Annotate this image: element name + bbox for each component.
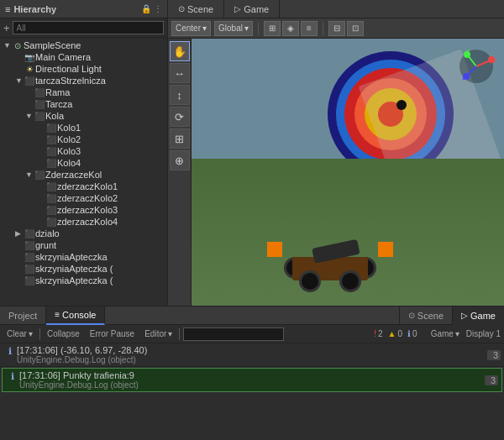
- orange-box-right: [378, 242, 393, 257]
- tree-item-skrzynia2[interactable]: ⬛ skrzyniaApteczka (: [0, 263, 167, 275]
- tree-item-skrzynia3[interactable]: ⬛ skrzyniaApteczka (: [0, 275, 167, 286]
- hierarchy-panel: ≡ Hierarchy 🔒 ⋮ + ▼ ⊙ SampleScene: [0, 0, 168, 306]
- chevron-down-icon: ▾: [29, 329, 33, 338]
- scene-bottom-label: Scene: [417, 311, 444, 321]
- cannon-cart: [292, 257, 368, 280]
- add-icon[interactable]: +: [3, 22, 10, 34]
- collapse-button[interactable]: Collapse: [44, 328, 83, 339]
- tree-item-tarcza[interactable]: ⬛ Tarcza: [0, 98, 167, 110]
- game-tab-icon: ▷: [234, 4, 241, 13]
- scene-label: SampleScene: [24, 40, 81, 50]
- tree-item-skrzynia1[interactable]: ⬛ skrzyniaApteczka: [0, 251, 167, 263]
- scene-bottom-icon: ⊙: [408, 311, 415, 320]
- skrzynia3-label: skrzyniaApteczka (: [35, 275, 113, 285]
- menu-btn[interactable]: ≡: [301, 21, 318, 36]
- log-entry-1[interactable]: ℹ [17:31:06] (-36.10, 6.97, -28.40) Unit…: [0, 343, 504, 367]
- tab-game-bottom[interactable]: ▷ Game: [452, 306, 504, 325]
- info-count-badge: ℹ 0: [407, 329, 417, 338]
- tree-item-kola[interactable]: ▼ ⬛ Kola: [0, 110, 167, 122]
- toolbar-icon-group1: ⊞ ◈ ≡: [264, 21, 318, 36]
- cube-icon: ⬛: [34, 170, 45, 180]
- wheel-front-left: [299, 270, 321, 292]
- tree-item-zderzacze-kol[interactable]: ▼ ⬛ ZderzaczeKol: [0, 169, 167, 181]
- main-camera-label: Main Camera: [35, 52, 91, 62]
- log-info-icon: ℹ: [3, 345, 17, 357]
- orange-box-left: [267, 242, 282, 257]
- kola-label: Kola: [45, 111, 64, 121]
- tree-item-main-camera[interactable]: 📷 Main Camera: [0, 51, 167, 63]
- scene-area: ⊙ Scene ▷ Game Center ▾ Global ▾: [168, 0, 504, 306]
- move-tool[interactable]: ↔: [170, 63, 190, 83]
- rect-tool[interactable]: ⊞: [170, 128, 190, 149]
- clear-button[interactable]: Clear ▾: [3, 328, 36, 339]
- hierarchy-header-icons: 🔒 ⋮: [141, 4, 162, 13]
- chevron-down-icon: ▾: [455, 329, 459, 338]
- console-icon: ≡: [55, 310, 60, 319]
- tree-item-kolo3[interactable]: ⬛ Kolo3: [0, 145, 167, 157]
- tab-scene-bottom[interactable]: ⊙ Scene: [399, 306, 452, 325]
- tree-item-zderzacz-kolo2[interactable]: ⬛ zderzaczKolo2: [0, 192, 167, 204]
- cube-icon: ⬛: [34, 100, 45, 109]
- scene-icon: ⊙: [12, 41, 24, 50]
- tree-item-tarcza-strzelnicza[interactable]: ▼ ⬛ tarczaStrzelnicza: [0, 75, 167, 86]
- tree-item-kolo1[interactable]: ⬛ Kolo1: [0, 122, 167, 134]
- log-info-icon-2: ℹ: [6, 370, 19, 382]
- zderzacze-kol-label: ZderzaczeKol: [45, 170, 102, 180]
- console-right-tabs: ⊙ Scene ▷ Game: [399, 306, 504, 325]
- tree-item-kolo2[interactable]: ⬛ Kolo2: [0, 134, 167, 145]
- scene-viewport[interactable]: X Y Z: [192, 39, 504, 306]
- log-source2: UnityEngine.Debug.Log (object): [19, 380, 485, 390]
- scale-tool[interactable]: ↕: [170, 85, 190, 105]
- tab-scene[interactable]: ⊙ Scene: [168, 0, 224, 18]
- hand-tool[interactable]: ✋: [170, 41, 190, 61]
- tree-item-kolo4[interactable]: ⬛ Kolo4: [0, 157, 167, 169]
- log-count-2: 3: [485, 375, 498, 385]
- toolbar-separator2: [323, 22, 323, 35]
- tree-item-zderzacz-kolo3[interactable]: ⬛ zderzaczKolo3: [0, 204, 167, 216]
- grid-btn[interactable]: ⊟: [328, 21, 345, 36]
- tree-item-directional-light[interactable]: ☀ Directional Light: [0, 63, 167, 75]
- error-pause-button[interactable]: Error Pause: [87, 328, 138, 339]
- scene-tabs: ⊙ Scene ▷ Game: [168, 0, 504, 18]
- tree-item-zderzacz-kolo1[interactable]: ⬛ zderzaczKolo1: [0, 181, 167, 192]
- center-pivot-dropdown[interactable]: Center ▾: [171, 21, 211, 36]
- tab-console[interactable]: ≡ Console: [46, 306, 105, 325]
- log-entry-2[interactable]: ℹ [17:31:06] Punkty trafienia:9 UnityEng…: [2, 368, 502, 392]
- cube-icon: ⬛: [24, 276, 35, 285]
- cube-icon: ⬛: [34, 112, 45, 121]
- tab-project[interactable]: Project: [0, 306, 46, 325]
- error-count-badge: ! 2: [374, 329, 382, 338]
- tab-game[interactable]: ▷ Game: [224, 0, 280, 18]
- hierarchy-menu-icon[interactable]: ⋮: [154, 4, 162, 13]
- log-source1: UnityEngine.Debug.Log (object): [17, 355, 487, 364]
- hierarchy-search-bar: +: [0, 18, 167, 38]
- zderzacz-kolo4-label: zderzaczKolo4: [57, 217, 118, 227]
- grunt-label: grunt: [35, 240, 56, 250]
- layers-btn[interactable]: ⊞: [264, 21, 281, 36]
- tree-item-rama[interactable]: ⬛ Rama: [0, 86, 167, 98]
- cube-icon: ⬛: [45, 206, 57, 215]
- global-local-dropdown[interactable]: Global ▾: [214, 21, 253, 36]
- scene-content: ✋ ↔ ↕ ⟳ ⊞ ⊕: [168, 39, 504, 306]
- tree-item-samplescene[interactable]: ▼ ⊙ SampleScene: [0, 39, 167, 51]
- scene-tab-icon: ⊙: [178, 4, 185, 13]
- scene-tab-label: Scene: [187, 4, 213, 14]
- console-toolbar: Clear ▾ Collapse Error Pause Editor ▾ ! …: [0, 325, 504, 343]
- hierarchy-lock-icon[interactable]: 🔒: [141, 4, 151, 13]
- hierarchy-search-input[interactable]: [13, 21, 164, 34]
- gizmos-btn[interactable]: ◈: [282, 21, 299, 36]
- tree-item-grunt[interactable]: ⬛ grunt: [0, 239, 167, 251]
- game-bottom-icon: ▷: [461, 311, 468, 320]
- rotate-tool[interactable]: ⟳: [170, 107, 190, 127]
- extra-btn[interactable]: ⊡: [347, 21, 364, 36]
- chevron-down-icon: ▾: [168, 329, 172, 338]
- tree-item-zderzacz-kolo4[interactable]: ⬛ zderzaczKolo4: [0, 216, 167, 228]
- console-search-input[interactable]: [183, 327, 284, 341]
- cube-icon: ⬛: [45, 217, 57, 227]
- tree-item-dzialo[interactable]: ▶ ⬛ dzialo: [0, 228, 167, 239]
- kolo4-label: Kolo4: [57, 158, 81, 168]
- transform-tool[interactable]: ⊕: [170, 150, 190, 170]
- game-btn[interactable]: Game ▾: [428, 328, 463, 339]
- editor-button[interactable]: Editor ▾: [141, 328, 176, 339]
- scene-background: X Y Z: [192, 39, 504, 306]
